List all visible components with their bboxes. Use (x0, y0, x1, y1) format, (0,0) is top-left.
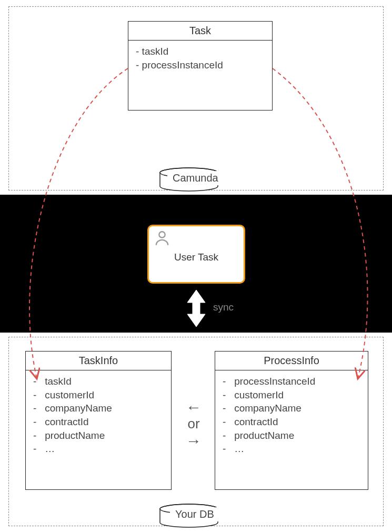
node-usertask: User Task (147, 225, 245, 284)
class-field: - productName (33, 429, 166, 443)
class-task: Task - taskId - processInstanceId (128, 21, 273, 111)
or-block: ← or → (182, 398, 206, 449)
or-text: or (182, 416, 206, 432)
class-processinfo-body: - processInstanceId - customerId - compa… (215, 370, 368, 461)
class-field: - customerId (223, 388, 363, 402)
class-taskinfo: TaskInfo - taskId - customerId - company… (25, 351, 172, 490)
class-field: - … (223, 442, 363, 456)
class-field: - … (33, 442, 166, 456)
class-processinfo: ProcessInfo - processInstanceId - custom… (215, 351, 368, 490)
label-yourdb: Your DB (170, 507, 219, 521)
class-field: - processInstanceId (223, 375, 363, 388)
class-field: - contractId (223, 415, 363, 429)
svg-point-2 (159, 232, 165, 237)
class-task-field: - taskId (136, 45, 267, 58)
label-camunda: Camunda (167, 171, 224, 185)
class-processinfo-title: ProcessInfo (215, 352, 368, 370)
class-task-title: Task (128, 22, 272, 41)
usertask-label: User Task (174, 252, 218, 263)
sync-double-arrow-icon (184, 289, 208, 328)
diagram-canvas: Task - taskId - processInstanceId Camund… (0, 0, 392, 532)
arrow-left: ← (182, 398, 206, 416)
class-taskinfo-body: - taskId - customerId - companyName - co… (26, 370, 171, 461)
class-field: - companyName (33, 401, 166, 415)
arrow-right: → (182, 432, 206, 449)
class-task-field: - processInstanceId (136, 58, 267, 72)
class-field: - contractId (33, 415, 166, 429)
class-field: - productName (223, 429, 363, 443)
class-taskinfo-title: TaskInfo (26, 352, 171, 370)
class-field: - customerId (33, 388, 166, 402)
class-task-body: - taskId - processInstanceId (128, 41, 272, 77)
label-sync: sync (213, 302, 234, 313)
class-field: - companyName (223, 401, 363, 415)
class-field: - taskId (33, 375, 166, 388)
user-icon (153, 229, 171, 247)
